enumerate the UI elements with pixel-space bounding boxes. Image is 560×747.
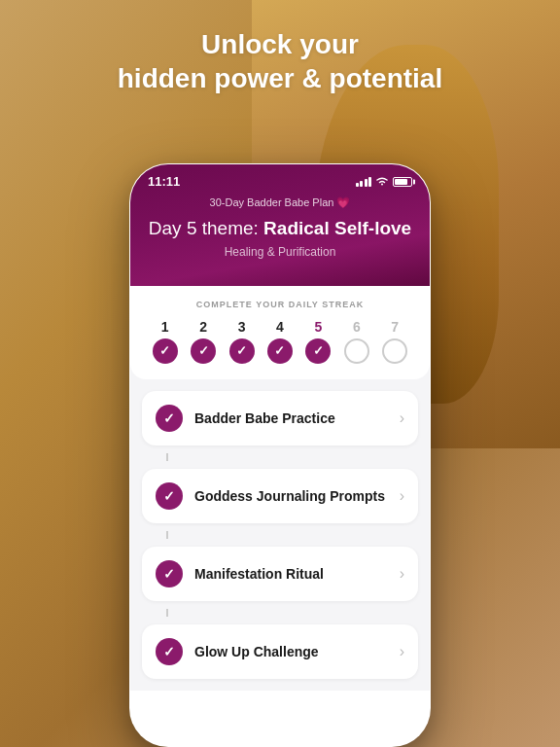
day-num-4: 4 [276,319,284,335]
hero-title-line1: Unlock your [201,29,359,59]
checkmark-4: ✓ [274,343,285,358]
task-item-4[interactable]: ✓ Glow Up Challenge › [142,624,418,679]
task-chevron-3: › [400,565,404,583]
day-circle-1: ✓ [153,338,178,364]
hero-section: Unlock your hidden power & potential [0,27,560,95]
task-checkmark-3: ✓ [163,566,175,582]
streak-day-3: 3 ✓ [229,319,255,364]
day-circle-7 [382,338,407,364]
day-circle-5: ✓ [305,338,331,364]
task-name-3: Manifestation Ritual [194,566,388,582]
day-num-7: 7 [391,319,399,335]
day-circle-3: ✓ [229,338,255,364]
day-num-2: 2 [199,319,207,335]
task-chevron-2: › [400,487,404,505]
checkmark-5: ✓ [313,343,324,358]
battery-fill [395,179,407,185]
day-circle-4: ✓ [267,338,293,364]
task-connector-1 [166,453,168,461]
checkmark-1: ✓ [159,343,170,358]
status-icons [356,176,413,187]
day-theme-text: Day 5 theme: Radical Self-love [146,217,414,241]
day-num-6: 6 [353,319,361,335]
streak-days: 1 ✓ 2 ✓ 3 ✓ [146,319,414,364]
task-checkmark-2: ✓ [163,488,175,504]
task-connector-2 [166,531,168,539]
streak-day-6: 6 [344,319,369,364]
streak-day-4: 4 ✓ [267,319,293,364]
plan-label: 30-Day Badder Babe Plan 💗 [130,196,430,209]
task-checkmark-1: ✓ [163,410,175,426]
task-name-4: Glow Up Challenge [194,644,388,659]
day-theme-bold: Radical Self-love [263,218,411,238]
task-chevron-4: › [400,643,404,660]
day-num-1: 1 [161,319,169,335]
task-name-2: Goddess Journaling Prompts [194,488,388,504]
phone-frame: 11:11 [129,163,431,747]
task-chevron-1: › [400,409,404,427]
hero-title: Unlock your hidden power & potential [0,27,560,95]
day-num-3: 3 [238,319,246,335]
phone-content: COMPLETE YOUR DAILY STREAK 1 ✓ 2 ✓ [130,286,430,691]
day-circle-6 [344,338,369,364]
wifi-icon [375,176,389,187]
streak-label: COMPLETE YOUR DAILY STREAK [146,300,414,309]
streak-day-5: 5 ✓ [305,319,331,364]
streak-day-7: 7 [382,319,407,364]
streak-day-2: 2 ✓ [191,319,216,364]
battery-icon [393,177,412,187]
streak-day-1: 1 ✓ [153,319,178,364]
task-connector-3 [166,609,168,617]
signal-icon [356,177,372,187]
task-list: ✓ Badder Babe Practice › ✓ Goddess Journ… [130,379,430,691]
task-item-2[interactable]: ✓ Goddess Journaling Prompts › [142,469,418,523]
task-checkmark-4: ✓ [163,644,175,659]
day-num-5: 5 [314,319,322,335]
task-check-circle-4: ✓ [156,638,183,665]
checkmark-3: ✓ [236,343,247,358]
streak-section: COMPLETE YOUR DAILY STREAK 1 ✓ 2 ✓ [130,286,430,379]
task-check-circle-1: ✓ [156,405,183,432]
hero-title-line2: hidden power & potential [118,63,442,93]
day-circle-2: ✓ [191,338,216,364]
phone-header: 11:11 [130,164,430,286]
status-time: 11:11 [148,174,180,189]
day-theme-prefix: Day 5 theme: [149,218,263,238]
status-bar: 11:11 [130,164,430,195]
task-name-1: Badder Babe Practice [194,410,388,426]
checkmark-2: ✓ [198,343,209,358]
task-check-circle-2: ✓ [156,482,183,510]
task-item-3[interactable]: ✓ Manifestation Ritual › [142,547,418,601]
task-item-1[interactable]: ✓ Badder Babe Practice › [142,391,418,445]
phone-wrapper: 11:11 [129,163,431,747]
healing-subtitle: Healing & Purification [146,245,414,259]
task-check-circle-3: ✓ [156,560,183,587]
day-theme: Day 5 theme: Radical Self-love Healing &… [130,209,430,263]
